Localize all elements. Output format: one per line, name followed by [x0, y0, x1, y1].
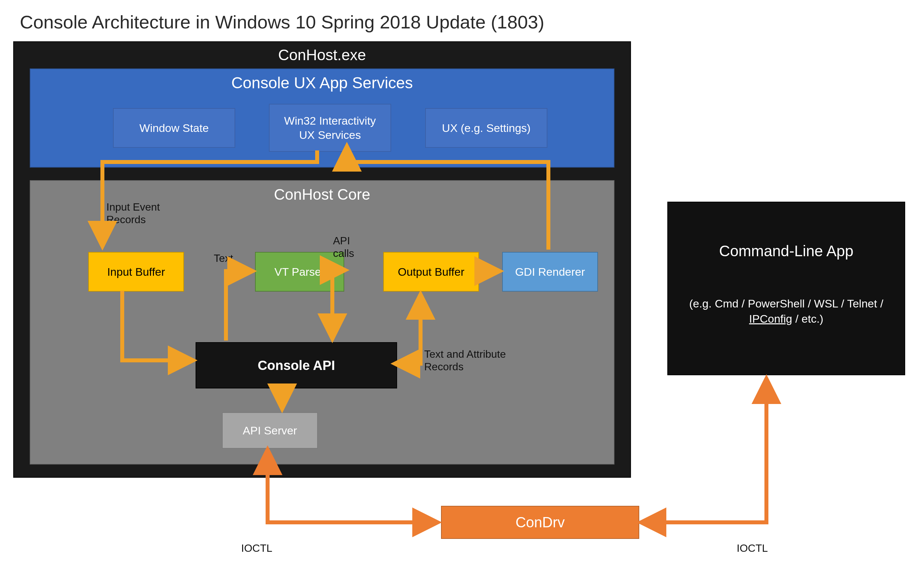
win32-interactivity-label: Win32 Interactivity UX Services: [276, 114, 384, 142]
console-api-label: Console API: [258, 358, 335, 373]
conhost-label: ConHost.exe: [14, 46, 630, 64]
conhost-core-container: ConHost Core Input Buffer VT Parser Outp…: [30, 180, 615, 464]
input-event-records-label: Input Event Records: [106, 201, 192, 226]
ux-services-title: Console UX App Services: [30, 74, 614, 92]
text-attr-records-label: Text and Attribute Records: [424, 348, 533, 373]
ux-settings-label: UX (e.g. Settings): [442, 122, 531, 135]
gdi-renderer-box: GDI Renderer: [502, 252, 598, 292]
text-label: Text: [214, 252, 233, 264]
arrow-condrv-to-cli: [642, 380, 766, 522]
cli-title: Command-Line App: [719, 242, 854, 260]
input-buffer-label: Input Buffer: [107, 266, 165, 278]
vt-parser-box: VT Parser: [255, 252, 344, 292]
api-calls-label: API calls: [333, 234, 373, 260]
window-state-box: Window State: [113, 108, 235, 148]
cli-subtitle-link: IPConfig: [749, 313, 792, 325]
input-buffer-box: Input Buffer: [88, 252, 184, 292]
gdi-renderer-label: GDI Renderer: [515, 266, 585, 278]
win32-interactivity-box: Win32 Interactivity UX Services: [269, 104, 391, 152]
api-server-label: API Server: [243, 424, 297, 437]
ux-settings-box: UX (e.g. Settings): [425, 108, 548, 148]
output-buffer-box: Output Buffer: [383, 252, 479, 292]
conhost-container: ConHost.exe Console UX App Services Wind…: [13, 41, 631, 478]
ioctl-label-right: IOCTL: [737, 542, 768, 554]
cli-subtitle-pre: (e.g. Cmd / PowerShell / WSL / Telnet /: [689, 297, 884, 310]
cli-subtitle-post: / etc.): [792, 313, 823, 325]
condrv-label: ConDrv: [515, 514, 565, 530]
api-server-box: API Server: [222, 412, 318, 449]
console-api-box: Console API: [196, 342, 397, 388]
command-line-app-box: Command-Line App (e.g. Cmd / PowerShell …: [668, 202, 905, 375]
diagram-title: Console Architecture in Windows 10 Sprin…: [20, 11, 544, 33]
window-state-label: Window State: [140, 122, 209, 135]
vt-parser-label: VT Parser: [274, 266, 325, 278]
output-buffer-label: Output Buffer: [398, 266, 465, 278]
ioctl-label-left: IOCTL: [241, 542, 272, 554]
condrv-box: ConDrv: [441, 506, 639, 539]
ux-services-container: Console UX App Services Window State Win…: [30, 68, 615, 168]
cli-subtitle: (e.g. Cmd / PowerShell / WSL / Telnet / …: [668, 296, 904, 327]
